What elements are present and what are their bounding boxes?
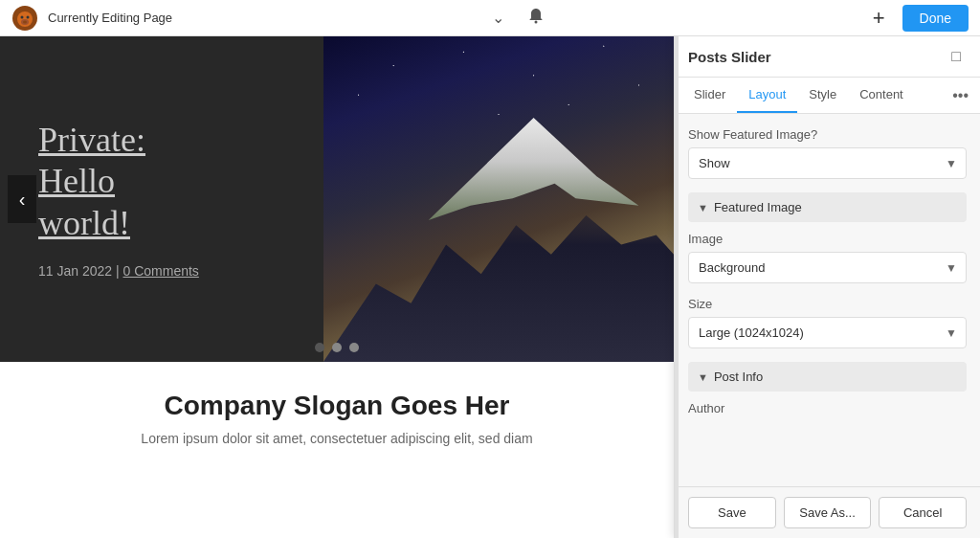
featured-image-block: ▼ Featured Image Image Background Thumbn… — [688, 192, 967, 348]
post-info-block: ▼ Post Info Author — [688, 362, 967, 415]
featured-image-chevron-icon: ▼ — [698, 202, 708, 213]
show-featured-image-select-wrapper: Show Hide ▼ — [688, 147, 967, 179]
panel-drag-handle[interactable] — [675, 36, 679, 538]
logo-icon — [11, 5, 38, 32]
cancel-button[interactable]: Cancel — [879, 497, 967, 528]
tabs-more-button[interactable]: ••• — [948, 79, 972, 112]
save-button[interactable]: Save — [688, 497, 776, 528]
featured-image-section-title: Featured Image — [714, 200, 802, 214]
comments-link[interactable]: 0 Comments — [122, 263, 198, 279]
tab-content[interactable]: Content — [848, 78, 915, 113]
slide-text-area: Private:Helloworld! 11 Jan 2022 | 0 Comm… — [0, 36, 323, 362]
panel-footer: Save Save As... Cancel — [675, 486, 980, 538]
save-as-button[interactable]: Save As... — [784, 497, 872, 528]
top-bar-left: Currently Editing Page — [11, 5, 172, 32]
size-select-wrapper: Large (1024x1024) Medium (600x600) Thumb… — [688, 317, 967, 348]
panel-header: Posts Slider □ — [675, 36, 980, 78]
dot-3[interactable] — [349, 343, 359, 352]
slide-content: Private:Helloworld! 11 Jan 2022 | 0 Comm… — [0, 36, 674, 362]
slide-title: Private:Helloworld! — [38, 120, 285, 244]
canvas-area: Private:Helloworld! 11 Jan 2022 | 0 Comm… — [0, 36, 674, 538]
notifications-button[interactable] — [523, 3, 548, 33]
slide-meta: 11 Jan 2022 | 0 Comments — [38, 263, 285, 279]
top-bar: Currently Editing Page ⌄ + Done — [0, 0, 980, 36]
size-select[interactable]: Large (1024x1024) Medium (600x600) Thumb… — [688, 317, 967, 348]
author-label: Author — [688, 401, 967, 415]
slider-section: Private:Helloworld! 11 Jan 2022 | 0 Comm… — [0, 36, 674, 362]
panel-minimize-button[interactable]: □ — [946, 46, 967, 67]
panel-body: Show Featured Image? Show Hide ▼ ▼ Featu… — [675, 114, 980, 486]
top-bar-right: + Done — [865, 2, 969, 34]
dot-2[interactable] — [332, 343, 342, 352]
slide-image — [323, 36, 674, 362]
slider-dots — [315, 343, 359, 352]
size-label: Size — [688, 297, 967, 311]
svg-point-7 — [23, 20, 27, 23]
svg-point-6 — [27, 15, 30, 18]
svg-point-8 — [535, 21, 538, 24]
show-featured-image-label: Show Featured Image? — [688, 127, 967, 142]
show-featured-image-section: Show Featured Image? Show Hide ▼ — [688, 127, 967, 179]
post-info-section-header[interactable]: ▼ Post Info — [688, 362, 967, 392]
below-slider: Company Slogan Goes Her Lorem ipsum dolo… — [0, 362, 674, 465]
lorem-text: Lorem ipsum dolor sit amet, consectetuer… — [38, 431, 635, 446]
dot-1[interactable] — [315, 343, 324, 352]
tab-style[interactable]: Style — [797, 78, 848, 113]
featured-image-section-header[interactable]: ▼ Featured Image — [688, 192, 967, 222]
top-bar-center: ⌄ — [488, 3, 548, 33]
currently-editing-label: Currently Editing Page — [48, 11, 172, 25]
svg-point-5 — [21, 15, 24, 18]
image-select[interactable]: Background Thumbnail — [688, 252, 967, 283]
post-info-section-title: Post Info — [714, 370, 763, 384]
image-select-wrapper: Background Thumbnail ▼ — [688, 252, 967, 283]
image-label: Image — [688, 232, 967, 246]
panel-title: Posts Slider — [688, 49, 771, 65]
company-slogan: Company Slogan Goes Her — [38, 391, 635, 421]
tab-slider[interactable]: Slider — [682, 78, 737, 113]
side-panel: Posts Slider □ Slider Layout Style Conte… — [674, 36, 980, 538]
post-info-chevron-icon: ▼ — [698, 371, 708, 383]
prev-slide-button[interactable]: ‹ — [8, 175, 36, 223]
show-featured-image-select[interactable]: Show Hide — [688, 147, 967, 179]
done-button[interactable]: Done — [902, 5, 969, 32]
chevron-down-button[interactable]: ⌄ — [488, 5, 508, 31]
main-content: Private:Helloworld! 11 Jan 2022 | 0 Comm… — [0, 36, 980, 538]
tab-layout[interactable]: Layout — [737, 78, 797, 113]
panel-tabs: Slider Layout Style Content ••• — [675, 78, 980, 114]
add-button[interactable]: + — [865, 2, 893, 34]
